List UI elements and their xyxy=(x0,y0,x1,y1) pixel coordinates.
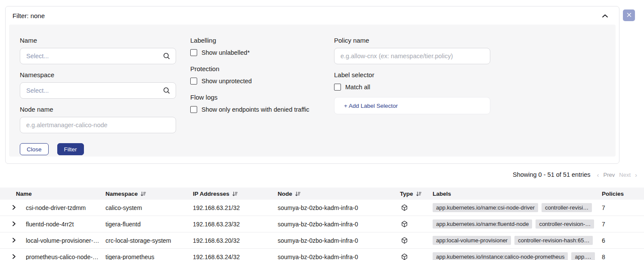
x-icon xyxy=(627,12,632,19)
namespace-select-input[interactable] xyxy=(20,82,176,99)
endpoint-labels: app.kubernetes.io/name:fluentd-nodecontr… xyxy=(433,219,602,229)
denied-traffic-label: Show only endpoints with denied traffic xyxy=(201,106,309,113)
endpoint-namespace: tigera-fluentd xyxy=(105,221,193,228)
sort-icon xyxy=(232,191,238,197)
endpoint-name: fluentd-node-4rr2t xyxy=(26,221,105,228)
sort-icon xyxy=(140,191,146,197)
endpoints-table: NameNamespaceIP AddressesNodeTypeLabelsP… xyxy=(0,188,644,260)
table-header-row: NameNamespaceIP AddressesNodeTypeLabelsP… xyxy=(0,188,644,200)
endpoint-name: csi-node-driver-tzdmm xyxy=(26,204,105,211)
column-header-node[interactable]: Node xyxy=(278,191,400,197)
name-select-input[interactable] xyxy=(20,48,176,64)
label-pill: app.kubernetes.io/name:fluentd-node xyxy=(433,219,532,229)
pod-cube-icon xyxy=(400,253,433,260)
policy-name-field-label: Policy name xyxy=(334,37,490,44)
close-button[interactable]: Close xyxy=(20,143,49,155)
policies-count: 8 xyxy=(602,254,644,260)
namespace-field-label: Namespace xyxy=(20,71,176,78)
filter-panel-card: Filter: none Name Namespace xyxy=(5,6,619,164)
pod-cube-icon xyxy=(400,237,433,244)
endpoint-labels: app:local-volume-provisionercontroller-r… xyxy=(433,236,602,245)
chevron-right-icon xyxy=(12,204,16,211)
node-name-field-label: Node name xyxy=(20,106,176,113)
filter-panel-title: Filter: none xyxy=(12,12,45,19)
endpoint-namespace: crc-local-storage-system xyxy=(105,237,193,244)
labelling-section-label: Labelling xyxy=(190,37,328,44)
column-header-namespace[interactable]: Namespace xyxy=(105,191,193,197)
sort-icon xyxy=(416,191,421,197)
pod-cube-icon xyxy=(400,220,433,228)
label-pill: app:local-volume-provisioner xyxy=(433,236,511,245)
name-field-label: Name xyxy=(20,37,176,44)
label-pill: app.kubernetes.io/instance:calico-node-p… xyxy=(433,252,568,260)
policies-count: 7 xyxy=(602,204,644,211)
chevron-right-icon xyxy=(12,221,16,228)
filter-form: Name Namespace Node name Close Filter xyxy=(9,25,616,157)
show-unlabelled-label: Show unlabelled* xyxy=(201,49,250,56)
policies-count: 7 xyxy=(602,221,644,228)
filter-button[interactable]: Filter xyxy=(57,143,84,155)
next-chevron-icon[interactable]: › xyxy=(635,172,637,178)
entries-summary: Showing 0 - 51 of 51 entries xyxy=(513,171,591,178)
column-header-policies: Policies xyxy=(602,191,644,197)
row-expander-button[interactable] xyxy=(12,204,26,211)
column-header-ip-addresses[interactable]: IP Addresses xyxy=(193,191,278,197)
endpoint-ip-addresses: 192.168.63.23/32 xyxy=(193,221,278,228)
prev-chevron-icon[interactable]: ‹ xyxy=(597,172,599,178)
policies-count: 6 xyxy=(602,237,644,244)
table-body: csi-node-driver-tzdmmcalico-system192.16… xyxy=(0,200,644,260)
match-all-label: Match all xyxy=(345,84,370,91)
endpoint-ip-addresses: 192.168.63.21/32 xyxy=(193,204,278,211)
row-expander-button[interactable] xyxy=(12,254,26,260)
close-panel-button[interactable] xyxy=(623,9,635,21)
column-header-type[interactable]: Type xyxy=(400,191,433,197)
protection-section-label: Protection xyxy=(190,65,328,72)
column-header-labels: Labels xyxy=(433,191,602,197)
endpoint-node: soumya-bz-0zbo-kadm-infra-0 xyxy=(278,221,400,228)
add-label-selector-button[interactable]: + Add Label Selector xyxy=(334,97,490,114)
pagination-bar: Showing 0 - 51 of 51 entries ‹ Prev Next… xyxy=(0,169,644,180)
show-unlabelled-checkbox[interactable] xyxy=(190,49,197,56)
table-row: local-volume-provisioner-…crc-local-stor… xyxy=(0,232,644,249)
label-pill: app.… xyxy=(571,252,594,260)
collapse-panel-button[interactable] xyxy=(601,11,609,20)
match-all-checkbox[interactable] xyxy=(334,84,341,91)
endpoint-name: prometheus-calico-node-… xyxy=(26,254,105,260)
row-expander-button[interactable] xyxy=(12,221,26,228)
label-selector-section-label: Label selector xyxy=(334,71,490,78)
label-pill: controller-revisi… xyxy=(542,203,592,212)
show-unprotected-checkbox[interactable] xyxy=(190,78,197,85)
node-name-input[interactable] xyxy=(20,117,176,133)
chevron-right-icon xyxy=(12,237,16,244)
endpoint-ip-addresses: 192.168.63.20/32 xyxy=(193,237,278,244)
endpoint-labels: app.kubernetes.io/name:csi-node-driverco… xyxy=(433,203,602,212)
filter-panel-header: Filter: none xyxy=(6,6,619,25)
endpoint-namespace: tigera-prometheus xyxy=(105,254,193,260)
label-pill: app.kubernetes.io/name:csi-node-driver xyxy=(433,203,538,212)
endpoint-name: local-volume-provisioner-… xyxy=(26,237,105,244)
chevron-up-icon xyxy=(602,13,608,19)
endpoint-node: soumya-bz-0zbo-kadm-infra-0 xyxy=(278,237,400,244)
row-expander-button[interactable] xyxy=(12,237,26,244)
endpoint-node: soumya-bz-0zbo-kadm-infra-0 xyxy=(278,204,400,211)
flow-logs-section-label: Flow logs xyxy=(190,94,328,101)
denied-traffic-checkbox[interactable] xyxy=(190,106,197,113)
chevron-right-icon xyxy=(12,254,16,260)
sort-icon xyxy=(295,191,300,197)
show-unprotected-label: Show unprotected xyxy=(201,78,252,85)
endpoint-node: soumya-bz-0zbo-kadm-infra-0 xyxy=(278,254,400,260)
table-row: prometheus-calico-node-…tigera-prometheu… xyxy=(0,249,644,260)
endpoint-namespace: calico-system xyxy=(105,204,193,211)
pod-cube-icon xyxy=(400,204,433,211)
label-pill: controller-revision-hash:65… xyxy=(514,236,593,245)
prev-page-button[interactable]: Prev xyxy=(604,172,615,178)
table-row: csi-node-driver-tzdmmcalico-system192.16… xyxy=(0,200,644,216)
policy-name-input[interactable] xyxy=(334,48,490,64)
next-page-button[interactable]: Next xyxy=(619,172,631,178)
endpoint-ip-addresses: 192.168.63.24/32 xyxy=(193,254,278,260)
column-header-name: Name xyxy=(16,191,105,197)
endpoint-labels: app.kubernetes.io/instance:calico-node-p… xyxy=(433,252,602,260)
label-pill: controller-revision-… xyxy=(536,219,594,229)
table-row: fluentd-node-4rr2ttigera-fluentd192.168.… xyxy=(0,216,644,232)
